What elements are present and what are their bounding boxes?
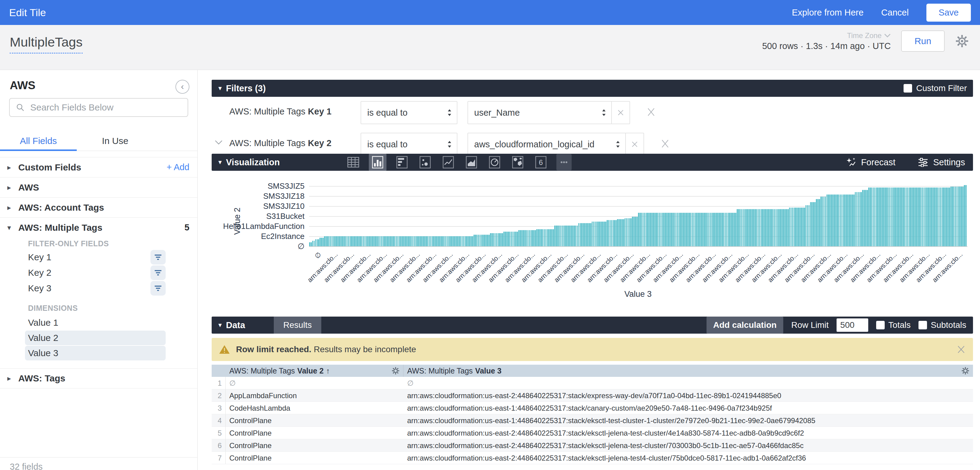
bar[interactable]	[493, 233, 494, 246]
bar[interactable]	[784, 209, 786, 246]
bar[interactable]	[906, 187, 907, 246]
bar[interactable]	[932, 187, 934, 246]
filter-value-select[interactable]: aws_cloudformation_logical_id	[468, 133, 644, 154]
bar[interactable]	[828, 195, 829, 246]
pie-chart-icon[interactable]	[487, 154, 502, 170]
explore-from-here-link[interactable]: Explore from Here	[792, 8, 863, 17]
bar[interactable]	[375, 236, 376, 246]
bar[interactable]	[689, 213, 690, 246]
expand-arrow-icon[interactable]: ▸	[0, 203, 18, 212]
bar[interactable]	[810, 202, 811, 246]
bar[interactable]	[616, 220, 617, 246]
bar[interactable]	[756, 209, 757, 246]
bar[interactable]	[924, 187, 925, 246]
bar[interactable]	[901, 187, 902, 246]
bar[interactable]	[864, 190, 865, 246]
totals-checkbox[interactable]	[876, 321, 885, 329]
bar[interactable]	[805, 205, 807, 246]
bar[interactable]	[350, 236, 351, 246]
bar[interactable]	[506, 232, 508, 246]
cell-value-3[interactable]: ∅	[404, 377, 973, 389]
bar[interactable]	[560, 225, 562, 246]
bar-chart-icon[interactable]	[395, 154, 410, 170]
bar[interactable]	[770, 209, 771, 246]
bar[interactable]	[592, 222, 593, 246]
bar[interactable]	[387, 236, 388, 246]
bar[interactable]	[708, 213, 710, 246]
bar[interactable]	[904, 187, 905, 246]
cell-value-3[interactable]: arn:aws:cloudformation:us-east-2:4486402…	[404, 389, 973, 402]
expand-arrow-icon[interactable]: ▸	[0, 183, 18, 192]
bar[interactable]	[944, 187, 946, 246]
tab-all-fields[interactable]: All Fields	[0, 132, 77, 151]
bar[interactable]	[553, 229, 554, 246]
bar[interactable]	[717, 213, 718, 246]
bar[interactable]	[442, 236, 444, 246]
sidebar-section-account-tags[interactable]: ▸ AWS: Account Tags	[0, 197, 197, 218]
bar[interactable]	[311, 242, 312, 246]
bar[interactable]	[587, 223, 589, 246]
bar[interactable]	[417, 236, 418, 246]
bar[interactable]	[895, 187, 896, 246]
bar[interactable]	[799, 208, 801, 246]
gear-icon[interactable]	[961, 366, 970, 375]
bar[interactable]	[891, 187, 892, 246]
bar[interactable]	[928, 187, 929, 246]
bar[interactable]	[532, 230, 533, 246]
bar[interactable]	[363, 236, 364, 246]
bar[interactable]	[752, 209, 753, 246]
bar[interactable]	[436, 236, 438, 246]
bar[interactable]	[556, 225, 557, 246]
bar[interactable]	[367, 236, 369, 246]
bar[interactable]	[450, 236, 451, 246]
bar[interactable]	[339, 236, 340, 246]
bar[interactable]	[345, 236, 346, 246]
bar[interactable]	[750, 209, 751, 246]
bar[interactable]	[648, 213, 649, 246]
collapse-arrow-icon[interactable]: ▾	[218, 158, 222, 166]
bar[interactable]	[444, 236, 445, 246]
bar[interactable]	[488, 235, 490, 246]
bar[interactable]	[411, 236, 412, 246]
cell-value-2[interactable]: ∅	[226, 377, 404, 389]
bar[interactable]	[815, 202, 816, 246]
bar[interactable]	[730, 213, 732, 246]
bar[interactable]	[379, 236, 381, 246]
bar[interactable]	[434, 236, 436, 246]
bar[interactable]	[743, 209, 744, 246]
bar[interactable]	[333, 236, 334, 246]
bar[interactable]	[487, 235, 488, 246]
bar[interactable]	[578, 223, 579, 246]
bar[interactable]	[314, 241, 315, 246]
bar[interactable]	[373, 236, 375, 246]
bar[interactable]	[517, 232, 518, 246]
bar[interactable]	[524, 230, 526, 246]
bar[interactable]	[821, 197, 822, 246]
bar[interactable]	[577, 225, 578, 246]
bar[interactable]	[829, 195, 830, 246]
table-row[interactable]: 5ControlPlanearn:aws:cloudformation:us-e…	[212, 427, 973, 439]
bar[interactable]	[340, 236, 342, 246]
bar[interactable]	[484, 235, 485, 246]
bar[interactable]	[909, 187, 910, 246]
bar[interactable]	[614, 220, 615, 246]
sidebar-section-aws[interactable]: ▸ AWS	[0, 177, 197, 197]
bar[interactable]	[653, 213, 654, 246]
table-row[interactable]: 6ControlPlanearn:aws:cloudformation:us-e…	[212, 439, 973, 452]
bar[interactable]	[496, 233, 497, 246]
bar[interactable]	[666, 213, 668, 246]
bar[interactable]	[523, 230, 524, 246]
bar[interactable]	[738, 209, 740, 246]
bar[interactable]	[813, 202, 814, 246]
bar[interactable]	[921, 187, 922, 246]
bar[interactable]	[926, 187, 928, 246]
bar[interactable]	[398, 236, 399, 246]
bar[interactable]	[719, 213, 720, 246]
bar[interactable]	[636, 217, 638, 246]
bar[interactable]	[684, 213, 686, 246]
bar[interactable]	[580, 223, 581, 246]
bar[interactable]	[509, 232, 511, 246]
bar[interactable]	[918, 187, 919, 246]
bar[interactable]	[608, 220, 609, 246]
bar[interactable]	[472, 236, 473, 246]
